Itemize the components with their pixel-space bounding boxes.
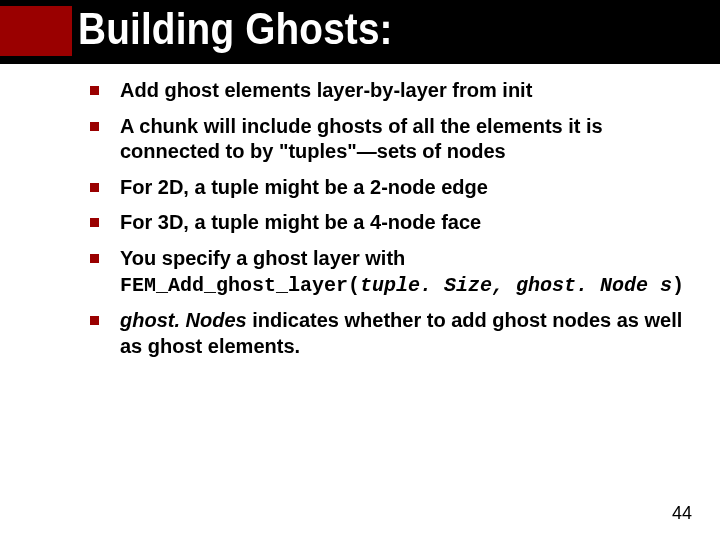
accent-block <box>0 6 72 56</box>
list-item: A chunk will include ghosts of all the e… <box>84 114 702 165</box>
title-bar: Building Ghosts: <box>0 0 720 64</box>
function-name: FEM_Add_ghost_layer( <box>120 274 360 297</box>
function-args: tuple. Size, ghost. Node s <box>360 274 672 297</box>
list-item: ghost. Nodes indicates whether to add gh… <box>84 308 702 359</box>
page-number: 44 <box>672 503 692 524</box>
list-item: Add ghost elements layer-by-layer from i… <box>84 78 702 104</box>
list-item: For 3D, a tuple might be a 4-node face <box>84 210 702 236</box>
bullet-list: Add ghost elements layer-by-layer from i… <box>84 78 702 359</box>
list-item: You specify a ghost layer with FEM_Add_g… <box>84 246 702 298</box>
slide: Building Ghosts: Add ghost elements laye… <box>0 0 720 540</box>
slide-title: Building Ghosts: <box>78 4 393 54</box>
function-close: ) <box>672 274 684 297</box>
text-prefix: You specify a ghost layer with <box>120 247 405 269</box>
italic-term: ghost. Nodes <box>120 309 247 331</box>
list-item: For 2D, a tuple might be a 2-node edge <box>84 175 702 201</box>
slide-body: Add ghost elements layer-by-layer from i… <box>84 78 702 369</box>
